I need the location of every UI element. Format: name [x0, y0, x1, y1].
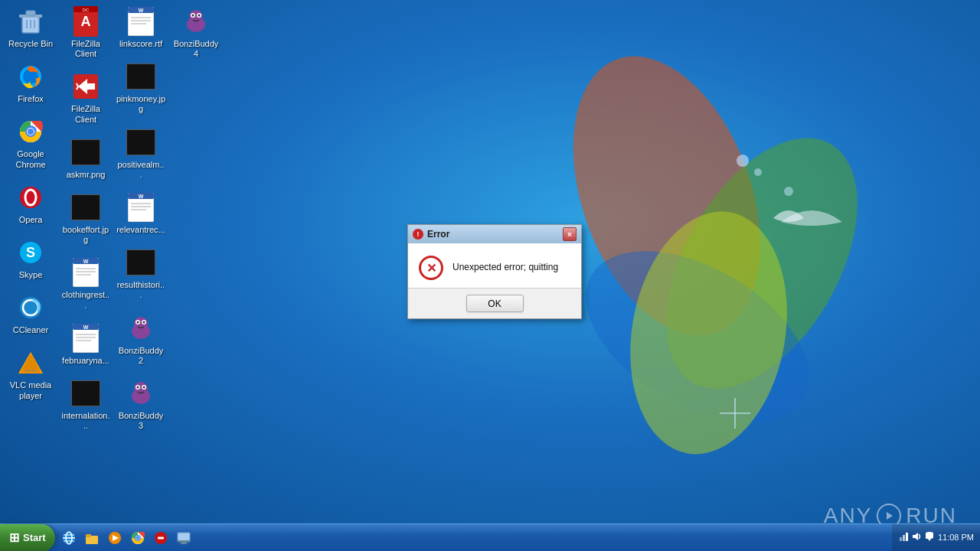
- clock-time: 11:08 PM: [938, 532, 974, 543]
- svg-text:W: W: [139, 194, 144, 199]
- desktop-icon-bonzibuddy3[interactable]: BonziBuddy3: [113, 375, 168, 434]
- februaryna-icon: W: [70, 323, 101, 354]
- desktop-icon-internalation[interactable]: internalation...: [58, 375, 113, 434]
- svg-rect-98: [900, 537, 902, 541]
- ok-button[interactable]: OK: [466, 295, 524, 312]
- positivealm-label: positivealm...: [116, 160, 165, 180]
- taskbar-desktop-icon[interactable]: [173, 527, 194, 549]
- desktop: Recycle Bin Firefox: [0, 0, 980, 551]
- taskbar-folder-icon[interactable]: [81, 527, 103, 549]
- tray-volume-icon[interactable]: [911, 531, 922, 544]
- internalation-icon: [70, 378, 101, 409]
- desktop-icon-ccleaner[interactable]: CCleaner: [3, 289, 58, 338]
- svg-point-3: [612, 199, 805, 467]
- svg-rect-93: [158, 536, 164, 539]
- svg-point-6: [784, 187, 793, 196]
- acrobat-label: FileZilla Client: [61, 39, 110, 59]
- skype-label: Skype: [19, 270, 43, 280]
- svg-point-61: [134, 317, 148, 331]
- skype-icon: S: [15, 237, 46, 268]
- svg-rect-96: [181, 542, 186, 543]
- filezilla-icon: [70, 71, 101, 102]
- system-tray: 11:08 PM: [892, 524, 980, 552]
- system-clock[interactable]: 11:08 PM: [938, 532, 974, 543]
- desktop-icon-skype[interactable]: S Skype: [3, 234, 58, 283]
- desktop-icon-relevantrec[interactable]: W relevantrec...: [113, 189, 168, 238]
- februaryna-label: februaryna...: [62, 356, 109, 366]
- desktop-icon-linkscore[interactable]: W linkscore.rtf: [113, 3, 168, 52]
- desktop-icon-bonzibuddy4[interactable]: BonziBuddy4: [168, 3, 224, 62]
- firefox-icon: [15, 61, 46, 92]
- taskbar-chrome-icon[interactable]: [127, 527, 149, 549]
- svg-point-2: [557, 216, 838, 458]
- recycle-bin-label: Recycle Bin: [8, 39, 53, 49]
- resulthistori-icon: [126, 247, 156, 278]
- dialog-body: Unexpected error; quitting: [408, 243, 581, 289]
- dialog-titlebar: ! Error ×: [408, 225, 581, 243]
- desktop-icon-askmrpng[interactable]: askmr.png: [58, 134, 113, 183]
- desktop-icon-acrobat[interactable]: A DC FileZilla Client: [58, 3, 113, 62]
- desktop-icon-filezilla[interactable]: FileZilla Client: [58, 68, 113, 127]
- desktop-icon-bonzibuddy2[interactable]: BonziBuddy2: [113, 310, 168, 369]
- dialog-close-button[interactable]: ×: [563, 227, 577, 241]
- svg-point-76: [192, 15, 194, 17]
- firefox-label: Firefox: [18, 94, 44, 104]
- icon-column-2: A DC FileZilla Client FileZilla Client: [58, 3, 113, 440]
- ccleaner-label: CCleaner: [13, 325, 48, 335]
- tray-network-icon[interactable]: [898, 531, 909, 544]
- svg-point-64: [137, 321, 139, 323]
- acrobat-icon: A DC: [70, 6, 101, 37]
- tray-notification-icon[interactable]: [924, 531, 935, 544]
- desktop-icon-pinkmoney[interactable]: pinkmoney.jpg: [113, 58, 168, 117]
- pinkmoney-label: pinkmoney.jpg: [116, 94, 165, 114]
- svg-text:W: W: [83, 324, 89, 330]
- taskbar-ie-icon[interactable]: [58, 527, 80, 549]
- error-icon: [419, 256, 443, 280]
- svg-point-71: [143, 386, 145, 388]
- desktop-icon-resulthistori[interactable]: resulthistori...: [113, 244, 168, 303]
- resulthistori-label: resulthistori...: [116, 280, 165, 300]
- svg-text:A: A: [81, 14, 91, 29]
- start-button[interactable]: ⊞ Start: [0, 524, 55, 552]
- relevantrec-label: relevantrec...: [116, 225, 165, 235]
- relevantrec-icon: W: [126, 192, 156, 223]
- bonzibuddy2-label: BonziBuddy2: [116, 346, 165, 366]
- svg-rect-95: [178, 540, 190, 542]
- svg-point-77: [198, 15, 201, 17]
- desktop-icon-clothingrest[interactable]: W clothingrest...: [58, 254, 113, 313]
- linkscore-icon: W: [126, 6, 156, 37]
- desktop-icon-positivealm[interactable]: positivealm...: [113, 124, 168, 183]
- desktop-icon-opera[interactable]: Opera: [3, 179, 58, 228]
- taskbar-quicklaunch: [55, 527, 198, 549]
- opera-icon: [15, 182, 46, 213]
- svg-text:S: S: [26, 245, 35, 260]
- askmrpng-label: askmr.png: [67, 170, 106, 180]
- desktop-icon-bookeffort[interactable]: bookeffort.jpg: [58, 189, 113, 248]
- askmrpng-icon: [70, 137, 101, 168]
- svg-text:DC: DC: [83, 8, 90, 12]
- svg-point-91: [136, 536, 139, 540]
- start-label: Start: [23, 532, 46, 543]
- taskbar: ⊞ Start: [0, 523, 980, 551]
- desktop-icon-februaryna[interactable]: W februaryna...: [58, 320, 113, 369]
- svg-rect-97: [180, 543, 188, 544]
- svg-rect-99: [903, 535, 905, 541]
- svg-rect-11: [26, 11, 35, 15]
- filezilla-label: FileZilla Client: [61, 104, 110, 124]
- recycle-bin-icon: [15, 6, 46, 37]
- dialog-footer: OK: [408, 289, 581, 318]
- svg-point-65: [143, 321, 145, 323]
- desktop-icon-firefox[interactable]: Firefox: [3, 58, 58, 107]
- bonzibuddy3-icon: [126, 378, 156, 409]
- desktop-icon-recycle-bin[interactable]: Recycle Bin: [3, 3, 58, 52]
- desktop-icon-chrome[interactable]: Google Chrome: [3, 113, 58, 172]
- svg-point-4: [737, 155, 749, 167]
- dialog-title-left: ! Error: [413, 229, 449, 240]
- svg-text:W: W: [83, 259, 89, 264]
- svg-point-70: [137, 386, 139, 388]
- taskbar-stop-icon[interactable]: [150, 527, 172, 549]
- desktop-icon-vlc[interactable]: VLC media player: [3, 344, 58, 403]
- positivealm-icon: [126, 127, 156, 158]
- taskbar-media-icon[interactable]: [104, 527, 126, 549]
- linkscore-label: linkscore.rtf: [119, 39, 162, 49]
